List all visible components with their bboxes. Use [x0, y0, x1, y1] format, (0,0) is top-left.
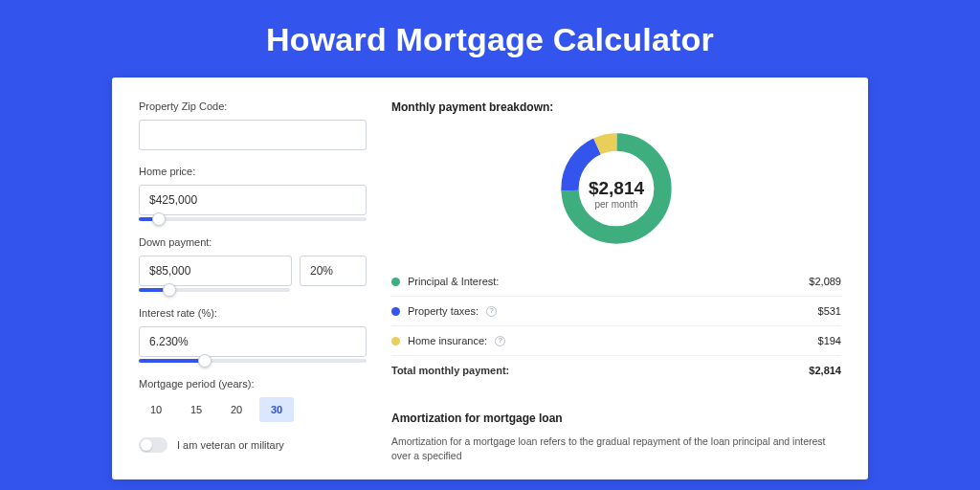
zip-input[interactable]	[139, 120, 367, 150]
donut-center: $2,814 per month	[589, 178, 644, 210]
donut-center-value: $2,814	[589, 178, 644, 199]
legend-dot-icon	[391, 307, 400, 316]
period-group: Mortgage period (years): 10152030	[139, 378, 367, 422]
breakdown-row: Property taxes:?$531	[391, 297, 841, 326]
down-payment-input[interactable]	[139, 256, 292, 286]
toggle-knob-icon	[141, 439, 152, 451]
page-title: Howard Mortgage Calculator	[0, 0, 980, 78]
legend-dot-icon	[391, 337, 400, 345]
amortization-section: Amortization for mortgage loan Amortizat…	[391, 400, 841, 463]
breakdown-row-label: Principal & Interest:	[408, 276, 499, 287]
period-label: Mortgage period (years):	[139, 378, 367, 390]
breakdown-list: Principal & Interest:$2,089Property taxe…	[391, 267, 841, 385]
breakdown-row-label: Property taxes:	[408, 305, 479, 317]
veteran-label: I am veteran or military	[177, 439, 284, 451]
inputs-panel: Property Zip Code: Home price: Down paym…	[139, 100, 367, 479]
breakdown-row-label: Home insurance:	[408, 335, 487, 346]
calculator-card: Property Zip Code: Home price: Down paym…	[112, 78, 868, 479]
down-payment-slider[interactable]	[139, 288, 290, 292]
amortization-heading: Amortization for mortgage loan	[391, 412, 841, 425]
info-icon[interactable]: ?	[486, 306, 497, 317]
breakdown-row-value: $194	[818, 335, 841, 346]
legend-dot-icon	[391, 278, 400, 286]
period-options: 10152030	[139, 397, 367, 422]
down-payment-group: Down payment:	[139, 236, 367, 292]
home-price-slider[interactable]	[139, 217, 367, 221]
donut-center-sub: per month	[589, 199, 644, 210]
period-option-15[interactable]: 15	[179, 397, 213, 422]
interest-label: Interest rate (%):	[139, 307, 367, 319]
breakdown-heading: Monthly payment breakdown:	[391, 100, 841, 114]
period-option-20[interactable]: 20	[219, 397, 254, 422]
home-price-group: Home price:	[139, 166, 367, 221]
down-payment-label: Down payment:	[139, 236, 367, 248]
breakdown-row: Principal & Interest:$2,089	[391, 267, 841, 297]
donut-chart: $2,814 per month	[391, 123, 841, 267]
veteran-toggle[interactable]	[139, 437, 167, 453]
breakdown-panel: Monthly payment breakdown: $2,814 per mo…	[391, 100, 841, 479]
home-price-input[interactable]	[139, 185, 367, 215]
breakdown-total-label: Total monthly payment:	[391, 365, 509, 376]
breakdown-total-value: $2,814	[809, 365, 841, 376]
info-icon[interactable]: ?	[495, 336, 505, 346]
zip-label: Property Zip Code:	[139, 100, 367, 112]
period-option-30[interactable]: 30	[259, 397, 294, 422]
veteran-row: I am veteran or military	[139, 437, 367, 453]
breakdown-row: Home insurance:?$194	[391, 326, 841, 356]
interest-group: Interest rate (%):	[139, 307, 367, 363]
interest-slider[interactable]	[139, 359, 367, 363]
down-payment-pct-input[interactable]	[300, 256, 367, 286]
period-option-10[interactable]: 10	[139, 397, 173, 422]
interest-input[interactable]	[139, 326, 367, 357]
zip-group: Property Zip Code:	[139, 100, 367, 150]
amortization-body: Amortization for a mortgage loan refers …	[391, 434, 841, 463]
breakdown-total-row: Total monthly payment:$2,814	[391, 356, 841, 385]
breakdown-row-value: $531	[818, 305, 841, 317]
breakdown-row-value: $2,089	[809, 276, 841, 287]
home-price-label: Home price:	[139, 166, 367, 177]
